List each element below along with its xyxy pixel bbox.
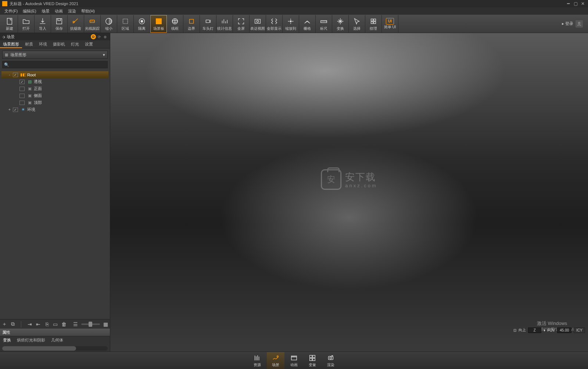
menu-5[interactable]: 帮助(H)	[79, 8, 97, 15]
group-button[interactable]: ⇥	[27, 321, 33, 327]
delete-button[interactable]: 🗑	[61, 321, 67, 327]
dropdown-label: 场景图形	[10, 52, 26, 58]
toolbar-new-button[interactable]: 新建	[1, 15, 18, 33]
bottombar-render-button[interactable]: 渲染	[322, 352, 340, 369]
panel-tab-0[interactable]: 场景图形	[0, 40, 22, 48]
menu-2[interactable]: 场景	[39, 8, 52, 15]
tree-row-3[interactable]: ▣侧面	[1, 92, 108, 99]
toolbar-headlight-button[interactable]: 车头灯	[200, 15, 216, 33]
properties-hscroll[interactable]	[2, 346, 108, 351]
scenegraph-dropdown[interactable]: ⊞ 场景图形 ▾	[2, 51, 108, 59]
toolbar-transform-button[interactable]: 变换	[332, 15, 349, 33]
toolbar-region-button[interactable]: 区域	[117, 15, 134, 33]
minimize-button[interactable]: ━	[565, 1, 571, 6]
panel-tab-1[interactable]: 材质	[22, 40, 36, 48]
user-avatar-icon[interactable]	[576, 20, 583, 28]
toolbar-import-button[interactable]: 导入	[35, 15, 51, 33]
login-link[interactable]: ▸ 登录	[562, 21, 573, 26]
menu-4[interactable]: 渲染	[66, 8, 78, 15]
camera-nav-icon[interactable]: ⊡	[513, 328, 516, 332]
panel-tab-2[interactable]: 环境	[36, 40, 50, 48]
panel-search[interactable]: 🔍	[2, 61, 108, 68]
paste-button[interactable]: ▭	[53, 321, 58, 327]
viewport-background	[110, 33, 588, 351]
copy-button[interactable]: ⎘	[44, 321, 50, 327]
main-toolbar: 新建打开导入保存抗锯齿GPU光线跟踪缩小区域隔离场景板线框边界车头灯统计信息全屏…	[0, 15, 588, 33]
panel-pin-icon[interactable]: ⬗	[2, 35, 5, 39]
toolbar-surfaceview-button[interactable]: 表达视图	[250, 15, 266, 33]
props-tab-0[interactable]: 变换	[0, 336, 14, 344]
toolbar-save-button[interactable]: 保存	[51, 15, 68, 33]
bottombar-assets-button[interactable]: 资源	[248, 352, 266, 369]
properties-header: 属性	[0, 329, 110, 336]
grid-icon[interactable]: ▦	[103, 321, 108, 327]
panel-refresh-icon[interactable]: ⟳	[97, 34, 102, 39]
tree-expand-icon[interactable]: -	[7, 73, 12, 77]
toolbar-raytrace-button[interactable]: GPU光线跟踪	[84, 15, 101, 33]
toolbar-open-button[interactable]: 打开	[18, 15, 35, 33]
ungroup-button[interactable]: ⇤	[36, 321, 41, 327]
tree-checkbox[interactable]	[19, 94, 25, 98]
simple-ui-button[interactable]: UI简单 UI	[382, 15, 398, 33]
toolbar-stats-button[interactable]: 统计信息	[216, 15, 233, 33]
props-tab-1[interactable]: 烘焙灯光和阴影	[14, 336, 48, 344]
toolbar-ruler-button[interactable]: 标尺	[316, 15, 332, 33]
panel-d-badge-icon[interactable]: D	[91, 34, 96, 39]
tree-checkbox[interactable]	[19, 87, 25, 91]
tree-row-2[interactable]: ▣正面	[1, 85, 108, 92]
tree-row-0[interactable]: -▮◧Root	[1, 71, 108, 78]
tree-row-4[interactable]: ▣顶部	[1, 99, 108, 106]
maximize-button[interactable]: ▢	[573, 1, 578, 6]
toolbar-fullscreen-button[interactable]: 全屏	[233, 15, 250, 33]
svg-rect-1	[57, 18, 62, 24]
viewport[interactable]: 安 安下载 anxz.com 激活 Windows 转到"设置"以激活 Wind…	[110, 33, 588, 351]
toolbar-sceneboard-button[interactable]: 场景板	[150, 15, 167, 33]
toolbar-boundary-button[interactable]: 边界	[183, 15, 200, 33]
tree-checkbox[interactable]	[13, 108, 18, 112]
panel-close-icon[interactable]: ⊗	[103, 34, 108, 39]
toolbar-zoomout-button[interactable]: 缩小	[101, 15, 117, 33]
fullscreen-icon	[237, 17, 245, 26]
app-logo-icon	[2, 1, 7, 6]
toolbar-zoomto-button[interactable]: 缩放到	[283, 15, 299, 33]
tree-checkbox[interactable]	[19, 101, 25, 105]
panel-tab-4[interactable]: 灯光	[68, 40, 82, 48]
menu-3[interactable]: 动画	[53, 8, 65, 15]
menu-1[interactable]: 编辑(E)	[21, 8, 39, 15]
menu-0[interactable]: 文件(F)	[2, 8, 20, 15]
bottombar-scene-button[interactable]: 场景	[267, 352, 284, 369]
svg-point-15	[290, 21, 291, 22]
svg-rect-2	[58, 18, 60, 21]
toolbar-showall-button[interactable]: 全部显示	[266, 15, 283, 33]
panel-tab-3[interactable]: 摄影机	[50, 40, 68, 48]
fov-label: FOV	[548, 328, 555, 332]
toolbar-select-button[interactable]: 选择	[349, 15, 365, 33]
list-icon[interactable]: ☰	[73, 321, 78, 327]
add-button[interactable]: ＋	[1, 321, 7, 328]
toolbar-antialias-button[interactable]: 抗锯齿	[68, 15, 84, 33]
tree-checkbox[interactable]	[13, 73, 18, 77]
props-tab-2[interactable]: 几何体	[48, 336, 66, 344]
toolbar-wireframe-button[interactable]: 线框	[167, 15, 183, 33]
duplicate-button[interactable]: ⧉	[10, 321, 15, 327]
icy-button[interactable]: ICY	[574, 328, 585, 333]
open-icon	[22, 17, 30, 26]
tree-checkbox[interactable]	[19, 80, 25, 84]
tree-row-5[interactable]: +☀环境	[1, 106, 108, 113]
scene-tree[interactable]: -▮◧Root▧透视▣正面▣侧面▣顶部+☀环境	[0, 70, 110, 319]
search-input[interactable]	[11, 62, 106, 67]
tree-row-1[interactable]: ▧透视	[1, 78, 108, 85]
bottombar-variant-button[interactable]: 变量	[304, 352, 321, 369]
panel-tab-5[interactable]: 设置	[82, 40, 96, 48]
toolbar-texture-button[interactable]: 纹理	[365, 15, 382, 33]
sceneboard-icon	[155, 17, 163, 26]
close-button[interactable]: ✕	[580, 1, 586, 6]
bottombar-anim-button[interactable]: 动画	[285, 352, 303, 369]
axis-caret-icon[interactable]: ▾	[544, 328, 545, 332]
toolbar-isolate-button[interactable]: 隔离	[134, 15, 150, 33]
axis-dropdown[interactable]: Z	[528, 328, 541, 333]
toolbar-grid-button[interactable]: 栅格	[299, 15, 316, 33]
size-slider[interactable]	[81, 323, 100, 325]
tree-expand-icon[interactable]: +	[7, 108, 12, 112]
fov-field[interactable]: 45.00	[557, 328, 571, 333]
